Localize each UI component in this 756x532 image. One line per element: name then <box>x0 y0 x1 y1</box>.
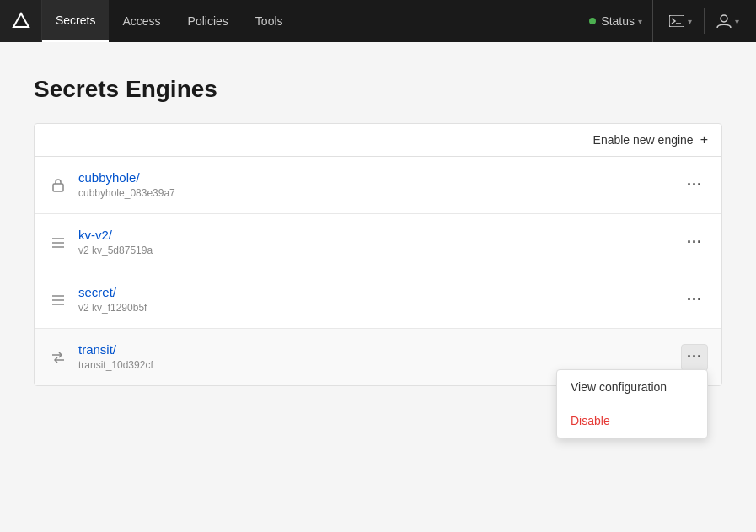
vault-logo-svg <box>12 12 30 30</box>
svg-point-4 <box>721 15 727 22</box>
navbar-right: Status ▾ ▾ ▾ <box>579 0 756 42</box>
engine-row: cubbyhole/ cubbyhole_083e39a7 ··· <box>35 157 721 214</box>
engine-row: secret/ v2 kv_f1290b5f ··· <box>35 271 721 329</box>
table-header: Enable new engine + <box>35 124 721 157</box>
list-icon <box>48 237 68 249</box>
engine-subtitle-secret: v2 kv_f1290b5f <box>78 302 147 314</box>
engine-name-cubbyhole[interactable]: cubbyhole/ <box>78 170 681 185</box>
chevron-down-icon-terminal: ▾ <box>688 17 692 26</box>
svg-rect-2 <box>669 15 684 27</box>
page-title: Secrets Engines <box>34 76 722 103</box>
engine-subtitle-kv-v2: v2 kv_5d87519a <box>78 245 153 256</box>
dropdown-menu: View configuration Disable <box>556 369 708 438</box>
engine-menu-button-secret[interactable]: ··· <box>681 287 708 314</box>
chevron-down-icon-user: ▾ <box>735 17 739 26</box>
nav-separator <box>657 8 657 34</box>
user-icon <box>716 13 732 29</box>
engine-name-transit[interactable]: transit/ <box>78 342 681 357</box>
status-button[interactable]: Status ▾ <box>579 0 653 42</box>
engine-menu-button-transit[interactable]: ··· <box>681 344 708 371</box>
terminal-icon <box>669 15 684 27</box>
engines-table: Enable new engine + cubbyhole/ cubbyhole… <box>34 123 722 386</box>
enable-new-engine-label: Enable new engine <box>593 133 694 147</box>
terminal-button[interactable]: ▾ <box>661 0 700 42</box>
engine-subtitle-cubbyhole: cubbyhole_083e39a7 <box>78 187 175 199</box>
user-button[interactable]: ▾ <box>708 0 748 42</box>
disable-button[interactable]: Disable <box>557 404 707 438</box>
engine-name-secret[interactable]: secret/ <box>78 285 681 299</box>
engine-info: kv-v2/ v2 kv_5d87519a <box>78 228 681 257</box>
engine-info: cubbyhole/ cubbyhole_083e39a7 <box>78 170 681 200</box>
nav-access[interactable]: Access <box>109 0 174 42</box>
navbar: Secrets Access Policies Tools Status ▾ ▾… <box>0 0 756 42</box>
vault-logo[interactable] <box>0 0 42 42</box>
engine-menu-button-kv-v2[interactable]: ··· <box>681 229 708 256</box>
engine-info: secret/ v2 kv_f1290b5f <box>78 285 681 314</box>
main-content: Secrets Engines Enable new engine + cubb… <box>0 42 756 531</box>
view-configuration-button[interactable]: View configuration <box>557 370 707 404</box>
engine-subtitle-transit: transit_10d392cf <box>78 359 153 371</box>
chevron-down-icon: ▾ <box>638 17 642 26</box>
nav-policies[interactable]: Policies <box>174 0 242 42</box>
engine-info: transit/ transit_10d392cf <box>78 342 681 372</box>
plus-icon: + <box>700 132 708 148</box>
lock-icon <box>48 178 68 192</box>
transit-icon <box>48 352 68 363</box>
svg-rect-5 <box>53 184 63 191</box>
nav-tools[interactable]: Tools <box>242 0 297 42</box>
status-label: Status <box>601 14 635 28</box>
list-icon-secret <box>48 294 68 306</box>
nav-secrets[interactable]: Secrets <box>42 0 109 42</box>
engine-row-transit: transit/ transit_10d392cf ··· View confi… <box>35 329 721 385</box>
engine-row: kv-v2/ v2 kv_5d87519a ··· <box>35 214 721 271</box>
nav-separator-2 <box>704 8 705 34</box>
enable-new-engine-button[interactable]: Enable new engine + <box>593 132 708 148</box>
engine-menu-button-cubbyhole[interactable]: ··· <box>681 172 708 199</box>
status-dot <box>589 18 596 24</box>
engine-name-kv-v2[interactable]: kv-v2/ <box>78 228 681 242</box>
nav-links: Secrets Access Policies Tools <box>42 0 297 42</box>
